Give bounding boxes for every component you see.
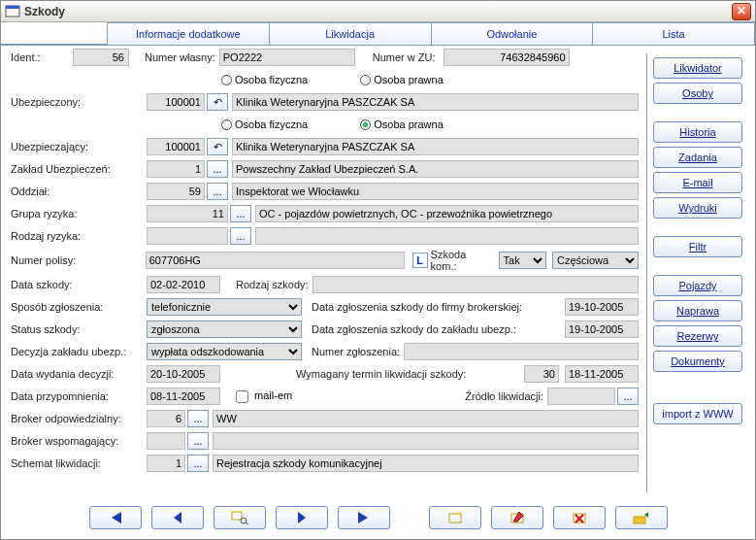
wymagany-days[interactable]: 30 (524, 365, 559, 383)
radio-osoba-fizyczna-2[interactable]: Osoba fizyczna (221, 118, 308, 130)
ubezpieczony-code[interactable]: 100001 (147, 93, 205, 111)
zaklad-label: Zakład Ubezpieczeń: (11, 163, 127, 175)
schemat-code[interactable]: 1 (147, 455, 185, 472)
radio-osoba-prawna-2[interactable]: Osoba prawna (360, 118, 444, 130)
data-szkody-field[interactable]: 02-02-2010 (147, 276, 220, 293)
ident-label: Ident.: (11, 51, 53, 63)
radio-ubezpieczajacy: Osoba fizyczna Osoba prawna (221, 118, 444, 130)
rodzaj-ryzyka-label: Rodzaj ryzyka: (11, 230, 127, 242)
svg-rect-2 (232, 512, 242, 520)
nav-search[interactable] (214, 506, 266, 529)
window-title: Szkody (24, 5, 732, 18)
rodzaj-szkody-label: Rodzaj szkody: (236, 279, 309, 290)
nav-first[interactable] (89, 506, 142, 529)
sposob-zgl-label: Sposób zgłoszenia: (11, 301, 127, 313)
zrodlo-lookup-button[interactable]: ... (617, 388, 639, 405)
numer-zgl-label: Numer zgłoszenia: (312, 346, 400, 357)
decyzja-label: Decyzja zakładu ubezp.: (11, 346, 127, 357)
nav-next[interactable] (276, 506, 328, 529)
svg-line-4 (246, 523, 248, 524)
data-wydania-field[interactable]: 20-10-2005 (147, 365, 220, 383)
sposob-zgl-select[interactable]: telefonicznie (147, 298, 302, 316)
side-naprawa[interactable]: Naprawa (653, 300, 742, 321)
side-likwidator[interactable]: Likwidator (653, 57, 742, 79)
side-wydruki[interactable]: Wydruki (653, 197, 742, 219)
side-historia[interactable]: Historia (653, 121, 742, 143)
ubezpieczajacy-undo-button[interactable]: ↶ (207, 138, 228, 155)
status-select[interactable]: zgłoszona (147, 321, 302, 338)
szkoda-kom-select[interactable]: Tak (499, 252, 546, 269)
data-zgl-zu-label: Data zgłoszenia szkody do zakładu ubezp.… (312, 323, 516, 335)
schemat-lookup-button[interactable]: ... (187, 455, 209, 472)
ubezpieczajacy-name: Klinika Weterynaryjna PASZCZAK SA (232, 138, 639, 155)
wymagany-label: Wymagany termin likwidacji szkody: (296, 368, 466, 380)
ubezpieczajacy-label: Ubezpieczający: (11, 141, 127, 152)
tab-likwidacja[interactable]: Likwidacja (269, 22, 432, 45)
grupa-code[interactable]: 11 (147, 205, 228, 222)
side-zadania[interactable]: Zadania (653, 147, 742, 168)
data-zgl-zu-field[interactable]: 19-10-2005 (565, 321, 639, 338)
oddzial-name: Inspektorat we Włocławku (232, 183, 639, 200)
mailem-checkbox[interactable]: mail-em (232, 388, 292, 406)
broker-wsp-name (213, 432, 639, 450)
broker-wsp-label: Broker wspomagający: (11, 435, 147, 447)
rodzaj-ryzyka-code[interactable] (147, 227, 228, 245)
broker-odp-code[interactable]: 6 (147, 410, 185, 427)
nav-prev[interactable] (151, 506, 204, 529)
rodzaj-ryzyka-lookup-button[interactable]: ... (230, 227, 251, 245)
numer-zu-label: Numer w ZU: (373, 51, 436, 63)
zrodlo-label: Źródło likwidacji: (465, 390, 543, 402)
tab-informacje-dodatkowe[interactable]: Informacje dodatkowe (107, 22, 270, 45)
zrodlo-field[interactable] (547, 388, 615, 405)
broker-wsp-code[interactable] (147, 432, 185, 450)
status-label: Status szkody: (11, 323, 127, 335)
grupa-lookup-button[interactable]: ... (230, 205, 251, 222)
svg-rect-10 (634, 517, 645, 523)
numer-polisy-field[interactable]: 607706HG (146, 252, 405, 269)
tab-spacer (1, 22, 108, 45)
zaklad-code[interactable]: 1 (147, 160, 205, 178)
tab-lista[interactable]: Lista (592, 22, 755, 45)
radio-osoba-prawna-1[interactable]: Osoba prawna (360, 74, 444, 85)
nav-last[interactable] (338, 506, 390, 529)
side-filtr[interactable]: Filtr (653, 236, 742, 257)
side-rezerwy[interactable]: Rezerwy (653, 325, 742, 347)
numer-zgl-field[interactable] (404, 343, 639, 360)
data-szkody-label: Data szkody: (11, 279, 127, 290)
zaklad-lookup-button[interactable]: ... (207, 160, 228, 178)
first-icon (108, 512, 123, 523)
szkoda-partial-select[interactable]: Częściowa (552, 252, 639, 269)
numer-wlasny-field[interactable]: PO2222 (219, 49, 355, 66)
numer-zu-field[interactable]: 74632845960 (444, 49, 570, 66)
nav-new[interactable] (429, 506, 481, 529)
side-osoby[interactable]: Osoby (653, 83, 742, 104)
data-przyp-label: Data przypomnienia: (11, 390, 127, 402)
svg-rect-5 (449, 514, 461, 523)
legend-button[interactable]: L (412, 253, 428, 268)
ident-value: 56 (73, 49, 129, 66)
wymagany-date[interactable]: 18-11-2005 (565, 365, 639, 383)
broker-wsp-lookup-button[interactable]: ... (187, 432, 209, 450)
ubezpieczajacy-code[interactable]: 100001 (147, 138, 205, 155)
app-icon (5, 4, 20, 19)
rodzaj-szkody-field[interactable] (312, 276, 639, 293)
side-pojazdy[interactable]: Pojazdy (653, 275, 742, 296)
oddzial-code[interactable]: 59 (147, 183, 205, 200)
tab-odwolanie[interactable]: Odwołanie (431, 22, 594, 45)
nav-delete[interactable] (553, 506, 606, 529)
nav-export[interactable] (615, 506, 668, 529)
ubezpieczony-undo-button[interactable]: ↶ (207, 93, 228, 111)
side-import-www[interactable]: import z WWW (653, 403, 742, 424)
side-email[interactable]: E-mail (653, 172, 742, 193)
side-dokumenty[interactable]: Dokumenty (653, 351, 742, 372)
schemat-name: Rejestracja szkody komunikacyjnej (213, 455, 639, 472)
data-przyp-field[interactable]: 08-11-2005 (147, 388, 220, 405)
prev-icon (172, 512, 183, 523)
decyzja-select[interactable]: wypłata odszkodowania (147, 343, 302, 360)
close-button[interactable]: ✕ (732, 3, 751, 20)
oddzial-lookup-button[interactable]: ... (207, 183, 228, 200)
broker-odp-lookup-button[interactable]: ... (187, 410, 209, 427)
data-zgl-broker-field[interactable]: 19-10-2005 (565, 298, 639, 316)
radio-osoba-fizyczna-1[interactable]: Osoba fizyczna (221, 74, 308, 85)
nav-edit[interactable] (491, 506, 543, 529)
